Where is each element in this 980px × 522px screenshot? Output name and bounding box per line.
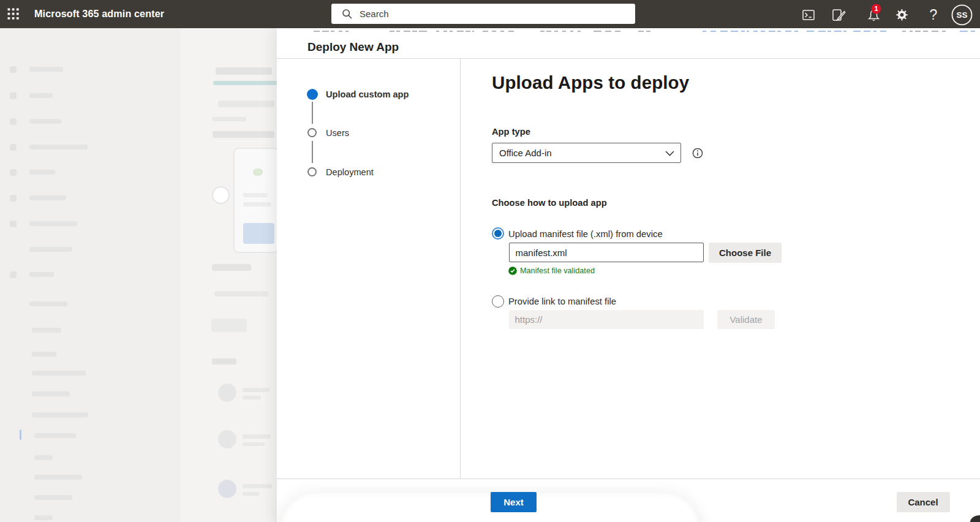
svg-text:?: ? [930,7,938,23]
svg-text:1: 1 [874,5,878,12]
svg-text:SS: SS [956,10,967,20]
